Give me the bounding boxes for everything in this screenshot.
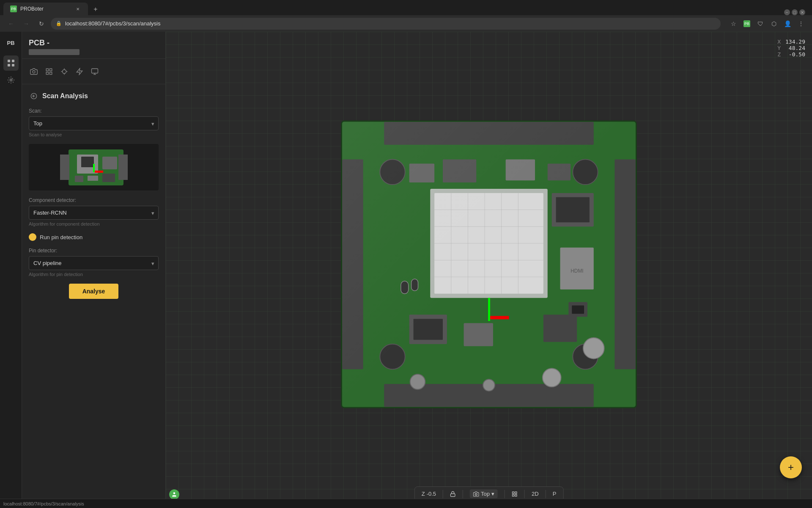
toolbar-grid-button[interactable] bbox=[42, 65, 56, 78]
maximize-button[interactable]: □ bbox=[792, 9, 798, 15]
p-toggle[interactable]: P bbox=[553, 491, 557, 497]
ext1-button[interactable]: PB bbox=[741, 18, 753, 30]
address-text: localhost:8080/7#/pcbs/3/scan/analysis bbox=[65, 20, 160, 27]
svg-point-40 bbox=[573, 344, 598, 369]
svg-rect-72 bbox=[411, 279, 418, 291]
tab-title: PROBoter bbox=[20, 6, 71, 12]
pcb-components-svg: HDMI bbox=[342, 121, 636, 407]
svg-rect-3 bbox=[12, 64, 14, 66]
svg-rect-65 bbox=[488, 298, 490, 321]
grid-toggle[interactable] bbox=[512, 491, 518, 497]
2d-toggle[interactable]: 2D bbox=[532, 491, 539, 497]
canvas-area[interactable]: HDMI bbox=[166, 32, 812, 508]
rail-icon-settings[interactable] bbox=[3, 72, 19, 88]
svg-rect-33 bbox=[342, 159, 363, 369]
svg-rect-53 bbox=[552, 193, 594, 226]
panel-header: Scan Analysis bbox=[29, 91, 159, 101]
toolbar-lightning-button[interactable] bbox=[73, 65, 86, 78]
shield-button[interactable]: 🛡 bbox=[754, 18, 766, 30]
ext2-button[interactable]: ⬡ bbox=[768, 18, 780, 30]
svg-rect-54 bbox=[556, 197, 590, 222]
pcb-image: HDMI bbox=[341, 120, 637, 408]
panel-title: Scan Analysis bbox=[42, 92, 88, 100]
lock-indicator[interactable] bbox=[450, 491, 456, 497]
svg-rect-0 bbox=[8, 60, 10, 62]
back-button[interactable] bbox=[29, 91, 39, 101]
component-detector-select[interactable]: Faster-RCNN YOLO SSD bbox=[29, 206, 159, 220]
browser-actions: ☆ PB 🛡 ⬡ 👤 ⋮ bbox=[727, 18, 807, 30]
svg-rect-36 bbox=[384, 384, 594, 407]
svg-marker-15 bbox=[77, 68, 82, 75]
svg-rect-28 bbox=[75, 176, 83, 182]
scan-label: Scan: bbox=[29, 108, 159, 114]
svg-point-69 bbox=[543, 368, 561, 387]
svg-rect-26 bbox=[81, 157, 94, 167]
panel-content: Scan Analysis Scan: Top Bottom Scan to a… bbox=[22, 84, 165, 508]
panel-toolbar bbox=[22, 59, 165, 84]
tab-close-button[interactable]: ✕ bbox=[74, 6, 81, 12]
svg-rect-9 bbox=[50, 72, 52, 74]
svg-rect-59 bbox=[409, 163, 434, 182]
view-dropdown[interactable]: Top ▾ bbox=[470, 489, 498, 498]
lock-icon: 🔒 bbox=[56, 21, 62, 26]
svg-rect-74 bbox=[572, 305, 584, 314]
minimize-button[interactable]: − bbox=[784, 9, 790, 15]
svg-rect-32 bbox=[95, 171, 103, 173]
svg-rect-79 bbox=[513, 494, 514, 496]
coord-x-row: X 134.29 bbox=[777, 39, 805, 45]
close-button[interactable]: ✕ bbox=[799, 9, 805, 15]
tab-favicon: PB bbox=[10, 6, 17, 12]
pcb-board: HDMI bbox=[341, 120, 637, 408]
back-button[interactable]: ← bbox=[5, 18, 17, 30]
user-avatar[interactable] bbox=[169, 489, 179, 500]
pin-detector-select[interactable]: CV pipeline ML pipeline bbox=[29, 256, 159, 270]
svg-rect-8 bbox=[46, 72, 48, 74]
star-button[interactable]: ☆ bbox=[727, 18, 739, 30]
browser-chrome: PB PROBoter ✕ + − □ ✕ ← → ↻ 🔒 localhost:… bbox=[0, 0, 812, 32]
menu-button[interactable]: ⋮ bbox=[795, 18, 807, 30]
address-bar[interactable]: 🔒 localhost:8080/7#/pcbs/3/scan/analysis bbox=[51, 18, 721, 30]
svg-rect-62 bbox=[548, 163, 571, 180]
toolbar-camera-button[interactable] bbox=[27, 65, 41, 78]
active-tab[interactable]: PB PROBoter ✕ bbox=[3, 3, 88, 15]
toolbar-display-button[interactable] bbox=[88, 65, 102, 78]
left-panel: PCB - bbox=[22, 32, 166, 508]
toolbar-sep-1 bbox=[443, 490, 443, 498]
forward-button[interactable]: → bbox=[20, 18, 32, 30]
toolbar-sep-4 bbox=[524, 490, 525, 498]
component-detector-label: Component detector: bbox=[29, 197, 159, 203]
z-indicator: Z -0.5 bbox=[422, 491, 436, 497]
svg-point-37 bbox=[380, 159, 405, 184]
svg-rect-63 bbox=[560, 247, 594, 289]
scan-hint: Scan to analyse bbox=[29, 132, 159, 137]
svg-rect-78 bbox=[515, 491, 517, 493]
svg-rect-41 bbox=[430, 188, 548, 298]
rail-icon-grid[interactable] bbox=[3, 55, 19, 71]
pin-detector-form-group: Pin detector: CV pipeline ML pipeline Al… bbox=[29, 248, 159, 277]
pin-detection-checkbox-row[interactable]: Run pin detection bbox=[29, 233, 159, 241]
browser-tabs: PB PROBoter ✕ + − □ ✕ bbox=[0, 0, 812, 15]
svg-rect-7 bbox=[50, 69, 52, 71]
svg-rect-56 bbox=[414, 319, 443, 340]
status-url: localhost:8080/7#/pcbs/3/scan/analysis bbox=[3, 501, 84, 506]
new-tab-button[interactable]: + bbox=[90, 3, 102, 15]
toolbar-sep-3 bbox=[505, 490, 505, 498]
svg-point-68 bbox=[483, 379, 495, 391]
svg-rect-61 bbox=[506, 159, 535, 180]
reload-button[interactable]: ↻ bbox=[36, 18, 47, 30]
svg-rect-35 bbox=[384, 121, 594, 145]
analyse-button[interactable]: Analyse bbox=[69, 284, 119, 299]
svg-rect-27 bbox=[102, 157, 117, 169]
fab-button[interactable]: + bbox=[780, 456, 802, 478]
svg-point-39 bbox=[573, 159, 598, 184]
pin-detection-checkbox[interactable] bbox=[29, 233, 36, 241]
scan-form-group: Scan: Top Bottom Scan to analyse bbox=[29, 108, 159, 137]
left-rail: PB bbox=[0, 32, 22, 508]
app-logo: PB bbox=[3, 35, 19, 50]
profile-button[interactable]: 👤 bbox=[782, 18, 793, 30]
svg-point-5 bbox=[33, 70, 35, 73]
scan-select-wrapper: Top Bottom bbox=[29, 116, 159, 130]
svg-rect-71 bbox=[401, 281, 409, 294]
scan-select[interactable]: Top Bottom bbox=[29, 116, 159, 130]
toolbar-crosshair-button[interactable] bbox=[58, 65, 71, 78]
